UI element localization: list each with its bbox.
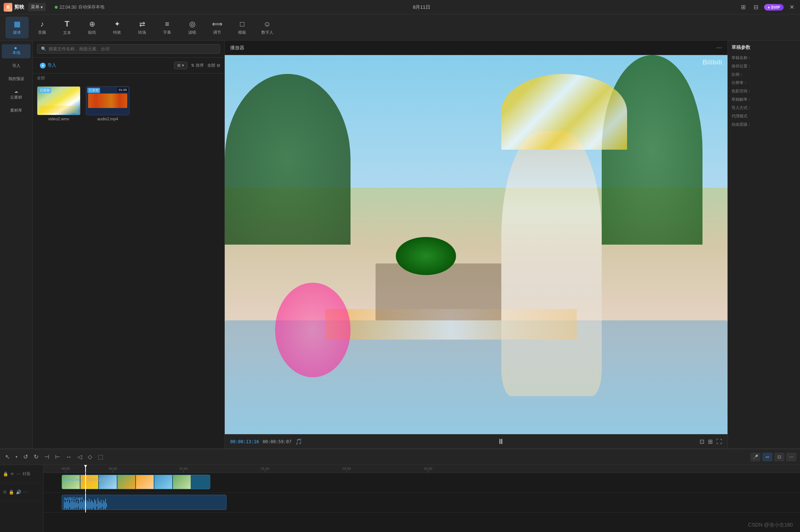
gap-remove-button[interactable]: ↔ xyxy=(65,452,73,462)
audio-more-icon[interactable]: ⋯ xyxy=(23,490,28,495)
split-right-button[interactable]: ⊢ xyxy=(54,452,62,462)
prop-label-color-space: 色彩空间： xyxy=(731,88,757,94)
layout-icon-button[interactable]: ⊟ xyxy=(751,3,760,12)
ripple-button[interactable]: ◁ xyxy=(76,452,83,462)
tool-audio[interactable]: ♪ 音频 xyxy=(30,17,54,38)
svip-badge[interactable]: ♦ SVIP xyxy=(764,4,784,11)
tool-media[interactable]: ▦ 媒体 xyxy=(5,17,29,38)
ruler-tick-2: 01:00 xyxy=(179,467,188,473)
tool-caption[interactable]: ≡ 字幕 xyxy=(156,17,179,38)
wave-bar xyxy=(103,500,104,510)
video-track-row: video2.wmv 00:00:52:28 xyxy=(43,473,800,493)
audio-clip[interactable]: audio2.mp4 xyxy=(62,495,227,510)
tool-digital-human[interactable]: ☺ 数字人 xyxy=(256,17,279,38)
crop-button[interactable]: ⊞ xyxy=(708,438,713,445)
ruler-tick-line-1 xyxy=(113,470,113,473)
audio-lock-icon[interactable]: 🔒 xyxy=(9,490,14,495)
redo-button[interactable]: ↻ xyxy=(32,452,40,462)
tool-template[interactable]: □ 模板 xyxy=(231,17,254,38)
sidebar-item-preset[interactable]: 我的预设 xyxy=(2,73,30,84)
wave-bar xyxy=(88,502,88,509)
audio-duration: 01:00 xyxy=(117,88,128,92)
wave-bar xyxy=(106,503,107,507)
wave-bar xyxy=(89,499,90,510)
time-current: 00:00:13:16 xyxy=(230,439,259,444)
tool-filter[interactable]: ◎ 滤镜 xyxy=(181,17,204,38)
audio-settings-icon[interactable]: ⚙ xyxy=(3,490,7,495)
snapshot-button[interactable]: ⬚ xyxy=(96,452,105,462)
wave-bar xyxy=(68,500,69,510)
wave-bar xyxy=(87,500,87,510)
monitor-icon-button[interactable]: ⊞ xyxy=(739,3,748,12)
close-button[interactable]: ✕ xyxy=(787,3,796,12)
tool-text[interactable]: T 文本 xyxy=(55,17,79,38)
app-name: 剪映 xyxy=(14,4,24,11)
link-button[interactable]: ⇔ xyxy=(762,453,772,461)
audio-volume-icon[interactable]: 🔊 xyxy=(16,490,21,495)
pause-button[interactable]: ⏸ xyxy=(497,437,505,446)
sidebar-item-local[interactable]: 本地 xyxy=(2,44,30,58)
split-left-button[interactable]: ⊣ xyxy=(43,452,51,462)
main-layout: 本地 导入 我的预设 ☁ 云素材 素材库 🔍 + 导入 xyxy=(0,41,800,449)
more-button[interactable]: ⋯ xyxy=(786,453,796,461)
select-dropdown-button[interactable]: ▾ xyxy=(14,453,19,460)
view-toggle[interactable]: ⊞ ▾ xyxy=(174,62,187,69)
import-label: 导入 xyxy=(47,62,56,68)
prop-label-frame-rate: 草稿帧率： xyxy=(731,97,757,102)
video-clip[interactable]: video2.wmv 00:00:52:28 xyxy=(62,475,210,489)
left-sidebar: 本地 导入 我的预设 ☁ 云素材 素材库 xyxy=(0,41,33,449)
tool-transition[interactable]: ⇄ 转场 xyxy=(130,17,154,38)
wave-bar xyxy=(96,504,97,507)
tool-audio-label: 音频 xyxy=(38,30,46,35)
audio-name: audio2.mp4 xyxy=(86,117,129,121)
wave-bar xyxy=(64,501,65,510)
audio-track-row: audio2.mp4 xyxy=(43,493,800,513)
search-bar[interactable]: 🔍 xyxy=(37,44,220,54)
wave-bar xyxy=(83,499,84,510)
ruler-tick-label-4: 02:00 xyxy=(343,467,351,470)
media-item-audio[interactable]: 已添加 01:00 audio2.mp4 xyxy=(86,86,129,121)
playhead[interactable] xyxy=(85,465,86,473)
section-all-label: 全部 xyxy=(33,74,224,83)
wave-bar xyxy=(65,502,66,508)
tool-transition-label: 转场 xyxy=(138,30,146,35)
magnet-button[interactable]: ⊡ xyxy=(774,453,784,461)
protect-button[interactable]: ◇ xyxy=(86,452,94,462)
prop-label-resolution: 分辨率： xyxy=(731,80,757,86)
track-more-icon[interactable]: ⋯ xyxy=(16,471,21,477)
right-panel-title: 草稿参数 xyxy=(731,44,796,51)
sidebar-item-library[interactable]: 素材库 xyxy=(2,105,30,116)
clip-thumb-2 xyxy=(80,475,99,489)
tool-effect[interactable]: ✦ 特效 xyxy=(105,17,129,38)
menu-button[interactable]: 菜单 ▾ xyxy=(28,3,46,11)
player-menu-icon[interactable]: ⋯ xyxy=(716,44,722,51)
media-panel: 🔍 + 导入 ⊞ ▾ ⇅ 排序 全部 ⊟ 全部 xyxy=(33,41,225,449)
sort-button[interactable]: ⇅ 排序 xyxy=(191,63,204,68)
tool-adjust-label: 调节 xyxy=(213,30,221,35)
zoom-fit-button[interactable]: ⊡ xyxy=(700,438,704,445)
sidebar-item-import[interactable]: 导入 xyxy=(2,60,30,71)
tool-sticker[interactable]: ⊕ 贴纸 xyxy=(80,17,104,38)
mic-button[interactable]: 🎤 xyxy=(750,453,760,461)
clip-thumb-3 xyxy=(99,475,117,489)
track-lock-icon[interactable]: 🔒 xyxy=(3,471,8,477)
video-thumb: 已添加 xyxy=(37,86,80,115)
sidebar-item-cloud[interactable]: ☁ 云素材 xyxy=(2,86,30,103)
fullscreen-button[interactable]: ⛶ xyxy=(716,439,722,445)
cloud-icon: ☁ xyxy=(14,89,18,94)
undo-button[interactable]: ↺ xyxy=(22,452,29,462)
search-input[interactable] xyxy=(49,46,216,51)
tool-caption-label: 字幕 xyxy=(163,30,171,35)
import-button[interactable]: + 导入 xyxy=(37,61,59,70)
prop-frame-rate: 草稿帧率： xyxy=(731,97,796,102)
track-visibility-icon[interactable]: 👁 xyxy=(10,471,14,477)
media-item-video[interactable]: 已添加 video2.wmv xyxy=(37,86,80,121)
media-panel-toolbar: 🔍 xyxy=(33,41,224,58)
playhead-audio-track xyxy=(85,493,86,512)
cursor-tool-button[interactable]: ↖ xyxy=(4,452,11,462)
all-button[interactable]: 全部 ⊟ xyxy=(207,63,220,68)
wave-bar xyxy=(100,502,100,508)
tool-adjust[interactable]: ⟺ 调节 xyxy=(206,17,229,38)
audio-levels-icon[interactable]: 🎵 xyxy=(295,438,302,445)
player-title: 播放器 xyxy=(230,45,244,51)
